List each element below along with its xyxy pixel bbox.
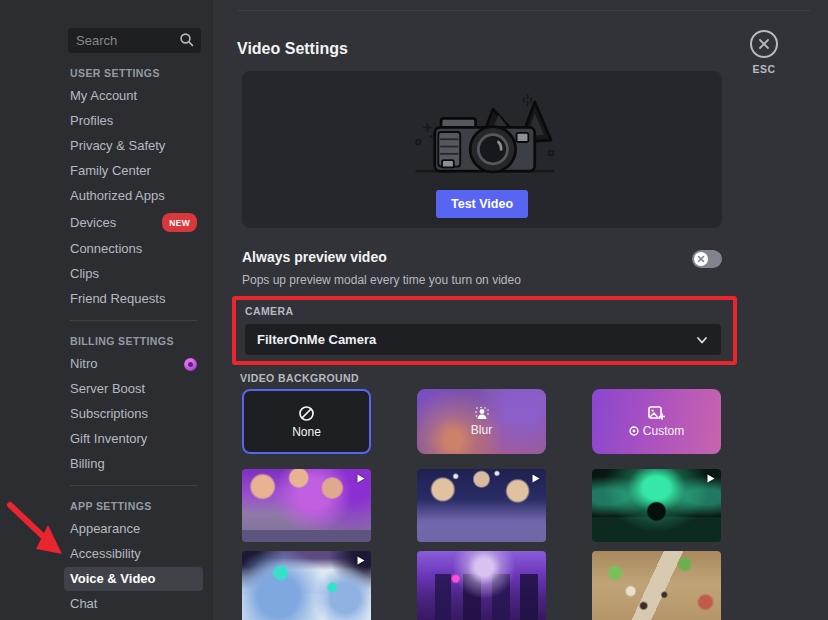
new-badge: NEW <box>162 213 197 232</box>
search-icon <box>179 32 195 52</box>
background-option-custom[interactable]: Custom <box>592 389 721 454</box>
sidebar-item-label: Nitro <box>70 356 97 372</box>
esc-label: ESC <box>736 63 792 75</box>
sidebar-divider <box>70 485 197 486</box>
close-settings: ESC <box>736 30 792 75</box>
sidebar-item-label: Billing <box>70 456 105 472</box>
discord-settings-screen: USER SETTINGS My Account Profiles Privac… <box>0 0 828 620</box>
background-thumbnails-row-1 <box>242 469 721 542</box>
sidebar-item-appearance[interactable]: Appearance <box>64 517 203 541</box>
sidebar-item-label: Profiles <box>70 113 113 129</box>
sidebar-item-label: Family Center <box>70 163 151 179</box>
sidebar-item-family-center[interactable]: Family Center <box>64 159 203 183</box>
always-preview-label: Always preview video <box>242 249 722 265</box>
none-slash-icon <box>298 405 315 422</box>
toggle-off-x-icon <box>697 255 705 263</box>
play-icon <box>705 473 716 484</box>
sidebar-item-accessibility[interactable]: Accessibility <box>64 542 203 566</box>
background-thumb-control-room[interactable] <box>592 469 721 542</box>
search-box[interactable] <box>68 28 201 53</box>
sidebar-item-label: Friend Requests <box>70 291 165 307</box>
chevron-down-icon <box>695 333 709 347</box>
sidebar-item-label: Voice & Video <box>70 571 156 587</box>
sidebar-item-connections[interactable]: Connections <box>64 237 203 261</box>
sidebar-item-label: Appearance <box>70 521 140 537</box>
camera-select-value: FilterOnMe Camera <box>257 332 695 347</box>
option-label: Custom <box>629 424 684 438</box>
blur-person-icon <box>474 406 490 420</box>
background-thumb-fantasy-night[interactable] <box>417 469 546 542</box>
section-header-app-settings: APP SETTINGS <box>64 500 203 512</box>
camera-section-label: CAMERA <box>245 305 293 317</box>
section-header-billing-settings: BILLING SETTINGS <box>64 335 203 347</box>
close-icon <box>758 38 770 50</box>
sidebar-item-label: Clips <box>70 266 99 282</box>
top-divider <box>238 10 810 11</box>
sidebar-item-label: Connections <box>70 241 142 257</box>
video-settings-panel: Video Settings ESC <box>213 0 828 620</box>
toggle-knob <box>694 252 708 266</box>
background-thumb-ice-snow[interactable] <box>242 551 371 620</box>
option-label: None <box>292 425 321 439</box>
nitro-feature-icon <box>629 426 639 436</box>
sidebar-item-authorized-apps[interactable]: Authorized Apps <box>64 184 203 208</box>
sidebar-item-privacy-safety[interactable]: Privacy & Safety <box>64 134 203 158</box>
sidebar-divider <box>70 320 197 321</box>
sidebar-item-label: Subscriptions <box>70 406 148 422</box>
sidebar-item-clips[interactable]: Clips <box>64 262 203 286</box>
background-thumb-cyberpunk-city[interactable] <box>417 551 546 620</box>
sidebar-item-chat[interactable]: Chat <box>64 592 203 616</box>
settings-sidebar: USER SETTINGS My Account Profiles Privac… <box>0 0 213 620</box>
background-option-none[interactable]: None <box>242 389 371 454</box>
sidebar-item-billing[interactable]: Billing <box>64 452 203 476</box>
option-label: Blur <box>471 423 492 437</box>
section-header-user-settings: USER SETTINGS <box>64 67 203 79</box>
sidebar-item-my-account[interactable]: My Account <box>64 84 203 108</box>
sidebar-item-nitro[interactable]: Nitro <box>64 352 203 376</box>
sidebar-item-label: Devices <box>70 215 116 231</box>
sidebar-item-label: Accessibility <box>70 546 141 562</box>
sidebar-item-label: Server Boost <box>70 381 145 397</box>
sidebar-item-voice-video[interactable]: Voice & Video <box>64 567 203 591</box>
sidebar-item-profiles[interactable]: Profiles <box>64 109 203 133</box>
video-background-section-label: VIDEO BACKGROUND <box>240 372 359 384</box>
image-add-icon <box>648 406 665 421</box>
sidebar-item-friend-requests[interactable]: Friend Requests <box>64 287 203 311</box>
camera-select-dropdown[interactable]: FilterOnMe Camera <box>245 324 721 355</box>
sidebar-item-gift-inventory[interactable]: Gift Inventory <box>64 427 203 451</box>
sidebar-item-label: Authorized Apps <box>70 188 165 204</box>
sidebar-item-subscriptions[interactable]: Subscriptions <box>64 402 203 426</box>
option-label-text: Custom <box>643 424 684 438</box>
sidebar-item-server-boost[interactable]: Server Boost <box>64 377 203 401</box>
background-option-blur[interactable]: Blur <box>417 389 546 454</box>
sidebar-item-devices[interactable]: Devices NEW <box>64 209 203 236</box>
background-thumb-market[interactable] <box>592 551 721 620</box>
sidebar-nav: USER SETTINGS My Account Profiles Privac… <box>64 67 203 620</box>
page-title: Video Settings <box>237 40 348 58</box>
camera-with-ears-illustration <box>387 82 577 182</box>
background-thumbnails-row-2 <box>242 551 721 620</box>
close-button[interactable] <box>750 30 778 58</box>
always-preview-setting: Always preview video Pops up preview mod… <box>242 249 722 287</box>
play-icon <box>355 473 366 484</box>
sidebar-item-label: My Account <box>70 88 137 104</box>
always-preview-description: Pops up preview modal every time you tur… <box>242 273 722 287</box>
test-video-button[interactable]: Test Video <box>436 190 528 218</box>
sidebar-item-label: Privacy & Safety <box>70 138 165 154</box>
background-thumb-fantasy-purple[interactable] <box>242 469 371 542</box>
video-background-options: None Blur Custom <box>242 389 721 454</box>
always-preview-toggle[interactable] <box>692 250 722 268</box>
play-icon <box>355 555 366 566</box>
play-icon <box>530 473 541 484</box>
camera-preview-card: Test Video <box>242 71 722 228</box>
sidebar-item-label: Gift Inventory <box>70 431 147 447</box>
nitro-icon <box>184 358 197 371</box>
sidebar-item-label: Chat <box>70 596 97 612</box>
